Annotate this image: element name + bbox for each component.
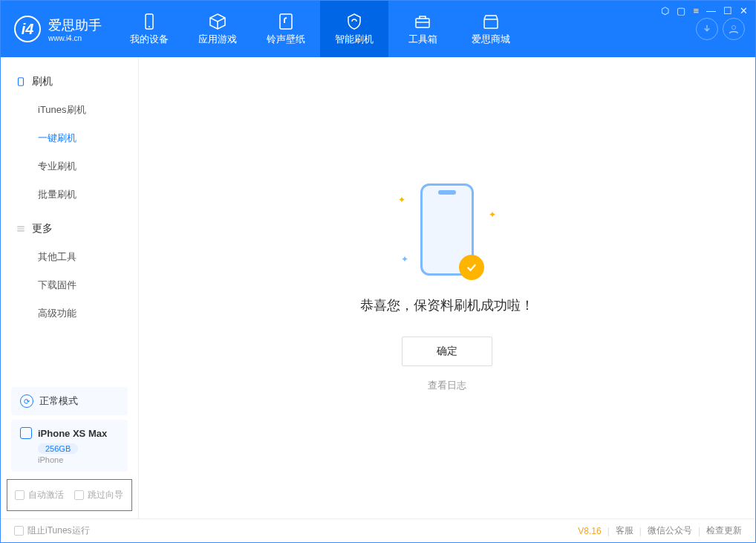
tab-my-device[interactable]: 我的设备 [115,1,183,57]
device-type: iPhone [38,455,119,464]
success-illustration: ✦ ✦ ✦ [420,183,474,276]
logo-text: 爱思助手 www.i4.cn [48,16,102,42]
app-url: www.i4.cn [48,34,102,42]
tab-ringtones[interactable]: 铃声壁纸 [252,1,320,57]
app-header: i4 爱思助手 www.i4.cn 我的设备 应用游戏 铃声壁纸 智能刷机 工具… [1,1,755,57]
version-label: V8.16 [578,526,601,536]
sparkle-icon: ✦ [398,195,405,205]
svg-point-5 [731,25,735,29]
svg-point-1 [149,26,150,27]
sidebar: 刷机 iTunes刷机 一键刷机 专业刷机 批量刷机 更多 其他工具 下载固件 … [1,57,139,518]
logo-area: i4 爱思助手 www.i4.cn [1,1,115,57]
device-icon [16,77,26,87]
tab-store[interactable]: 爱思商城 [457,1,525,57]
sidebar-header-flash: 刷机 [1,68,138,96]
list-icon [16,224,26,234]
mode-label: 正常模式 [39,394,78,408]
sparkle-icon: ✦ [489,209,496,220]
footer-right: V8.16 | 客服 | 微信公众号 | 检查更新 [578,524,742,537]
device-box[interactable]: iPhone XS Max 256GB iPhone [11,420,128,472]
sidebar-item-batch-flash[interactable]: 批量刷机 [1,181,138,209]
shield-refresh-icon [345,13,363,30]
mode-box[interactable]: ⟳ 正常模式 [11,387,128,415]
checkbox-icon [15,490,25,500]
svg-rect-2 [280,14,292,29]
box-icon [209,13,227,30]
options-highlight-box: 自动激活 跳过向导 [7,479,132,511]
toolbox-icon [414,13,431,30]
shirt-icon[interactable]: ⬡ [661,5,669,16]
feedback-icon[interactable]: ▢ [677,5,685,16]
svg-rect-4 [484,19,498,28]
close-icon[interactable]: ✕ [740,5,748,16]
logo-icon: i4 [14,16,41,42]
device-small-icon [20,427,32,439]
main-content: ✦ ✦ ✦ 恭喜您，保资料刷机成功啦！ 确定 查看日志 [139,57,755,518]
sidebar-item-other-tools[interactable]: 其他工具 [1,243,138,271]
footer-link-update[interactable]: 检查更新 [706,524,742,537]
checkbox-icon [14,526,24,536]
maximize-icon[interactable]: ☐ [723,5,732,16]
tab-toolbox[interactable]: 工具箱 [388,1,457,57]
checkbox-auto-activate[interactable]: 自动激活 [15,489,64,501]
sidebar-header-more: 更多 [1,215,138,243]
checkbox-block-itunes[interactable]: 阻止iTunes运行 [14,524,90,537]
sidebar-item-download-firmware[interactable]: 下载固件 [1,271,138,299]
nav-tabs: 我的设备 应用游戏 铃声壁纸 智能刷机 工具箱 爱思商城 [115,1,696,57]
device-storage-badge: 256GB [38,443,78,454]
minimize-icon[interactable]: — [706,5,716,16]
download-button[interactable] [696,18,718,40]
tab-apps-games[interactable]: 应用游戏 [183,1,252,57]
sidebar-bottom: ⟳ 正常模式 iPhone XS Max 256GB iPhone 自动激活 跳 [1,383,138,518]
sidebar-section-flash: 刷机 iTunes刷机 一键刷机 专业刷机 批量刷机 [1,68,138,209]
status-bar: 阻止iTunes运行 V8.16 | 客服 | 微信公众号 | 检查更新 [1,518,755,542]
user-button[interactable] [723,18,745,40]
sidebar-item-itunes-flash[interactable]: iTunes刷机 [1,96,138,124]
mode-icon: ⟳ [20,394,33,408]
sidebar-item-advanced[interactable]: 高级功能 [1,299,138,328]
success-message: 恭喜您，保资料刷机成功啦！ [360,296,534,314]
checkbox-icon [74,490,84,500]
footer-link-wechat[interactable]: 微信公众号 [648,524,692,537]
checkbox-skip-guide[interactable]: 跳过向导 [74,489,123,501]
tab-smart-flash[interactable]: 智能刷机 [320,1,388,57]
app-body: 刷机 iTunes刷机 一键刷机 专业刷机 批量刷机 更多 其他工具 下载固件 … [1,57,755,518]
svg-rect-6 [19,78,24,86]
sidebar-item-oneclick-flash[interactable]: 一键刷机 [1,124,138,152]
device-name: iPhone XS Max [38,428,107,439]
footer-link-support[interactable]: 客服 [616,524,633,537]
phone-icon [140,13,158,30]
menu-icon[interactable]: ≡ [693,5,699,16]
music-icon [277,13,295,30]
sidebar-item-pro-flash[interactable]: 专业刷机 [1,152,138,181]
device-name-row: iPhone XS Max [20,427,119,439]
view-log-link[interactable]: 查看日志 [428,380,466,392]
check-badge-icon [459,255,484,280]
sparkle-icon: ✦ [401,254,408,264]
window-controls: ⬡ ▢ ≡ — ☐ ✕ [661,5,748,16]
svg-rect-3 [416,19,429,27]
ok-button[interactable]: 确定 [402,336,492,366]
store-icon [482,13,500,30]
sidebar-section-more: 更多 其他工具 下载固件 高级功能 [1,215,138,328]
app-name: 爱思助手 [48,16,102,34]
